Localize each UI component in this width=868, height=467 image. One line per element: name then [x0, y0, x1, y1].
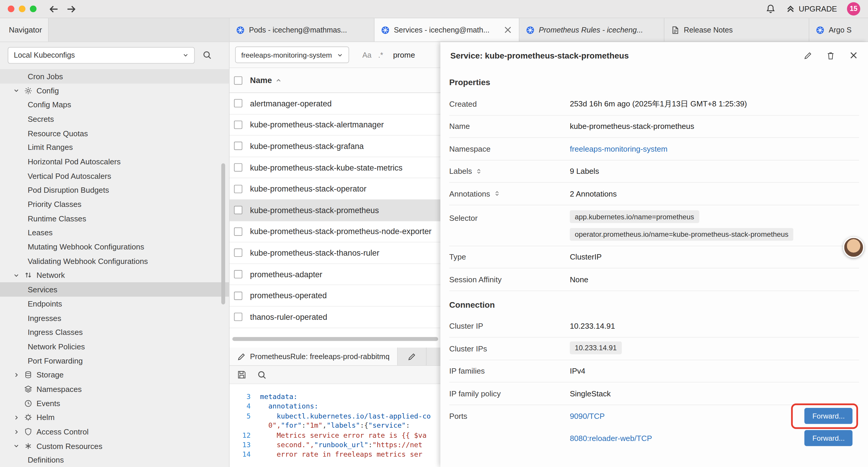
name-column-header[interactable]: Name	[250, 76, 272, 85]
dock-tab-partial[interactable]	[398, 348, 427, 365]
sidebar-item-definitions[interactable]: Definitions	[0, 453, 229, 467]
row-label: Type	[449, 253, 569, 261]
close-window-button[interactable]	[8, 6, 14, 12]
minimize-window-button[interactable]	[19, 6, 25, 12]
row-checkbox[interactable]	[234, 185, 242, 193]
sidebar-item-validating-webhook-configurations[interactable]: Validating Webhook Configurations	[0, 254, 229, 268]
sidebar-item-pod-disruption-budgets[interactable]: Pod Disruption Budgets	[0, 183, 229, 197]
detail-row-selector: Selectorapp.kubernetes.io/name=prometheu…	[449, 205, 859, 246]
sidebar-item-secrets[interactable]: Secrets	[0, 112, 229, 126]
upgrade-button[interactable]: UPGRADE	[785, 4, 837, 14]
notification-count-badge[interactable]: 15	[847, 2, 860, 16]
kubernetes-icon	[816, 26, 824, 34]
kubeconfig-selector[interactable]: Local Kubeconfigs	[8, 47, 195, 63]
regex-toggle[interactable]: .*	[378, 51, 383, 59]
kubernetes-icon	[236, 26, 245, 34]
sidebar-item-config-maps[interactable]: Config Maps	[0, 97, 229, 112]
port-link[interactable]: 9090/TCP	[570, 411, 605, 420]
search-input[interactable]: Aa .* prome	[362, 50, 415, 59]
close-tab-icon[interactable]	[503, 25, 512, 34]
edit-button[interactable]	[804, 51, 812, 59]
namespace-filter[interactable]: freeleaps-monitoring-system	[235, 47, 349, 63]
sidebar-item-cron-jobs[interactable]: Cron Jobs	[0, 69, 229, 83]
tab-release-notes[interactable]: Release Notes	[664, 18, 809, 42]
sidebar-item-port-forwarding[interactable]: Port Forwarding	[0, 353, 229, 368]
namespace-link[interactable]: freeleaps-monitoring-system	[570, 144, 668, 153]
sidebar-item-services[interactable]: Services	[0, 283, 229, 297]
sidebar-item-vertical-pod-autoscalers[interactable]: Vertical Pod Autoscalers	[0, 169, 229, 183]
tab-services-icecheng-math[interactable]: Services - icecheng@math...	[375, 18, 520, 42]
tab-prometheus-rules-icecheng[interactable]: Prometheus Rules - icecheng...	[519, 18, 664, 42]
row-checkbox[interactable]	[234, 270, 242, 279]
swap-vertical-icon	[24, 271, 36, 279]
sidebar-item-events[interactable]: Events	[0, 396, 229, 410]
code-text: error rate in freeleaps metrics ser	[260, 449, 423, 459]
zoom-window-button[interactable]	[30, 6, 36, 12]
horizontal-scrollbar[interactable]	[232, 337, 438, 341]
row-checkbox[interactable]	[234, 249, 242, 257]
select-all-checkbox[interactable]	[234, 76, 242, 84]
row-value: app.kubernetes.io/name=prometheusoperato…	[570, 210, 859, 241]
tab-argo-s[interactable]: Argo S	[809, 18, 868, 42]
sidebar-item-config[interactable]: Config	[0, 83, 229, 97]
back-button[interactable]	[49, 4, 59, 14]
notifications-bell-icon[interactable]	[766, 4, 776, 14]
row-value: SingleStack	[570, 389, 859, 398]
sidebar-item-network[interactable]: Network	[0, 268, 229, 282]
row-value: None	[570, 275, 859, 284]
forward-button[interactable]: Forward...	[805, 408, 852, 424]
sidebar-item-resource-quotas[interactable]: Resource Quotas	[0, 126, 229, 140]
sidebar-item-mutating-webhook-configurations[interactable]: Mutating Webhook Configurations	[0, 240, 229, 254]
sidebar-item-access-control[interactable]: Access Control	[0, 425, 229, 439]
row-checkbox[interactable]	[234, 291, 242, 300]
row-checkbox[interactable]	[234, 313, 242, 321]
expand-icon[interactable]	[494, 191, 500, 197]
delete-button[interactable]	[827, 51, 835, 59]
sidebar-item-storage[interactable]: Storage	[0, 368, 229, 382]
tab-pods-icecheng-mathmas[interactable]: Pods - icecheng@mathmas...	[229, 18, 375, 42]
detail-row-cluster-ips: Cluster IPs10.233.14.91	[449, 338, 859, 360]
port-link[interactable]: 8080:reloader-web/TCP	[570, 434, 652, 442]
sidebar-item-namespaces[interactable]: Namespaces	[0, 382, 229, 396]
gear-icon	[24, 87, 36, 94]
sidebar-item-helm[interactable]: Helm	[0, 410, 229, 425]
sidebar-item-runtime-classes[interactable]: Runtime Classes	[0, 211, 229, 226]
sidebar-item-label: Network	[37, 271, 65, 280]
navigator-tab[interactable]: Navigator	[0, 18, 49, 42]
sidebar-item-endpoints[interactable]: Endpoints	[0, 297, 229, 311]
row-checkbox[interactable]	[234, 99, 242, 108]
forward-button[interactable]: Forward...	[805, 430, 852, 446]
sidebar-item-label: Definitions	[28, 456, 64, 465]
presenter-avatar	[843, 237, 864, 258]
selector-badge: app.kubernetes.io/name=prometheus	[570, 210, 699, 223]
editor-search-icon[interactable]	[257, 370, 267, 380]
row-label: Session Affinity	[449, 275, 569, 284]
row-checkbox[interactable]	[234, 164, 242, 172]
sidebar-scrollbar[interactable]	[221, 163, 225, 304]
row-value: freeleaps-monitoring-system	[570, 144, 859, 153]
expand-icon[interactable]	[476, 168, 482, 174]
sidebar-item-label: Resource Quotas	[28, 129, 88, 138]
sidebar-item-network-policies[interactable]: Network Policies	[0, 339, 229, 353]
row-checkbox[interactable]	[234, 206, 242, 214]
sidebar-item-custom-resources[interactable]: Custom Resources	[0, 439, 229, 453]
sidebar-item-ingresses[interactable]: Ingresses	[0, 311, 229, 325]
service-name: prometheus-adapter	[250, 270, 322, 279]
sidebar-item-label: Config	[37, 86, 59, 95]
code-text: 0","for":"1m","labels":{"service":	[260, 420, 410, 430]
row-checkbox[interactable]	[234, 121, 242, 129]
dock-tab-prometheusrule[interactable]: PrometheusRule: freeleaps-prod-rabbitmq	[229, 348, 398, 365]
sidebar-item-ingress-classes[interactable]: Ingress Classes	[0, 325, 229, 339]
row-checkbox[interactable]	[234, 227, 242, 236]
sidebar-item-horizontal-pod-autoscalers[interactable]: Horizontal Pod Autoscalers	[0, 154, 229, 169]
match-case-toggle[interactable]: Aa	[362, 51, 371, 59]
sidebar-item-priority-classes[interactable]: Priority Classes	[0, 197, 229, 211]
row-checkbox[interactable]	[234, 142, 242, 150]
save-icon[interactable]	[237, 370, 246, 379]
forward-button-nav[interactable]	[66, 4, 76, 14]
close-panel-button[interactable]	[849, 51, 858, 60]
sidebar-search-icon[interactable]	[203, 50, 212, 60]
sidebar-item-limit-ranges[interactable]: Limit Ranges	[0, 140, 229, 154]
sidebar-item-leases[interactable]: Leases	[0, 226, 229, 240]
chevron-right-icon	[13, 429, 24, 435]
